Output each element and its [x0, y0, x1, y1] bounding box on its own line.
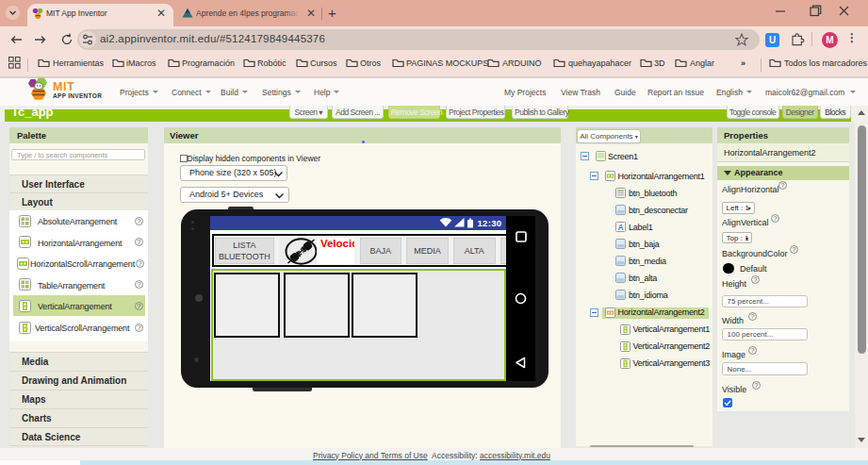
svg-text:A: A	[617, 223, 623, 232]
